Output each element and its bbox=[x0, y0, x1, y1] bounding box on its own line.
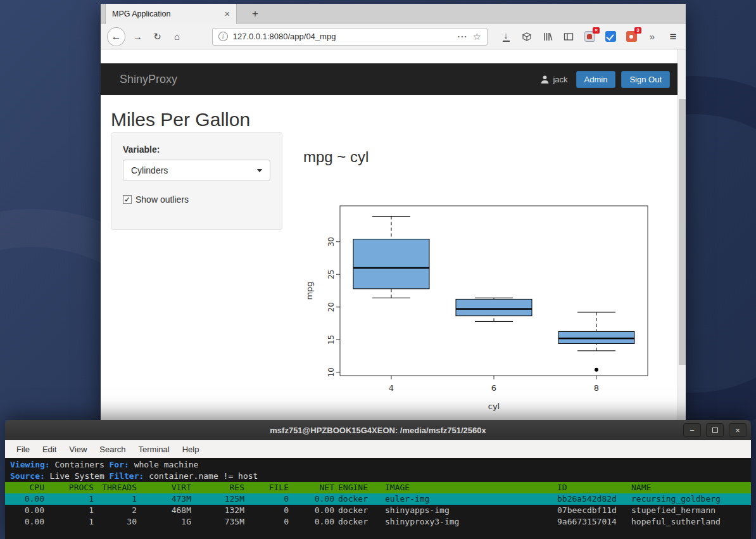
browser-tab[interactable]: MPG Application × bbox=[105, 4, 237, 24]
maximize-icon bbox=[712, 428, 718, 433]
terminal-status-line: Viewing: Containers For: whole machine bbox=[5, 459, 751, 471]
forward-button[interactable]: → bbox=[130, 29, 145, 45]
overflow-chevron-icon[interactable]: » bbox=[646, 30, 658, 43]
url-text: 127.0.0.1:8080/app/04_mpg bbox=[233, 32, 453, 41]
sidebar-panel: Variable: Cylinders ✓ Show outliers bbox=[111, 132, 282, 230]
variable-select[interactable]: Cylinders bbox=[123, 160, 270, 181]
signout-button[interactable]: Sign Out bbox=[621, 71, 670, 88]
screenshot-icon[interactable] bbox=[520, 30, 533, 43]
browser-window: MPG Application × + ← → ↻ ⌂ i 127.0.0.1:… bbox=[101, 4, 686, 420]
url-bar[interactable]: i 127.0.0.1:8080/app/04_mpg ··· ☆ bbox=[212, 28, 488, 46]
svg-text:4: 4 bbox=[389, 383, 394, 393]
username: jack bbox=[553, 75, 567, 84]
terminal-window: msfz751@HPZBOOK15G4XEON: /media/msfz751/… bbox=[5, 420, 751, 539]
maximize-button[interactable] bbox=[706, 423, 724, 437]
show-outliers-label: Show outliers bbox=[135, 194, 189, 205]
sidebar-icon[interactable] bbox=[562, 30, 575, 43]
svg-text:20: 20 bbox=[327, 302, 336, 312]
terminal-menu-edit[interactable]: Edit bbox=[36, 442, 63, 457]
terminal-titlebar[interactable]: msfz751@HPZBOOK15G4XEON: /media/msfz751/… bbox=[5, 420, 751, 440]
minimize-button[interactable]: − bbox=[683, 423, 701, 437]
terminal-menubar: File Edit View Search Terminal Help bbox=[5, 440, 751, 458]
svg-text:10: 10 bbox=[327, 367, 336, 377]
page-scrollbar-thumb[interactable] bbox=[679, 99, 686, 365]
admin-button[interactable]: Admin bbox=[576, 71, 616, 88]
boxplot-chart: 1015202530468cylmpg bbox=[302, 201, 657, 420]
variable-select-value: Cylinders bbox=[131, 165, 168, 175]
user-icon bbox=[540, 75, 550, 84]
tab-title: MPG Application bbox=[112, 10, 220, 18]
site-info-icon[interactable]: i bbox=[218, 32, 228, 41]
tab-close-icon[interactable]: × bbox=[225, 9, 230, 19]
extension-icon-2[interactable] bbox=[604, 30, 617, 43]
svg-text:mpg: mpg bbox=[305, 281, 314, 300]
bookmark-star-icon[interactable]: ☆ bbox=[473, 31, 481, 42]
svg-text:8: 8 bbox=[594, 383, 599, 393]
plot-title: mpg ~ cyl bbox=[303, 148, 369, 166]
terminal-title: msfz751@HPZBOOK15G4XEON: /media/msfz751/… bbox=[270, 426, 486, 435]
terminal-menu-help[interactable]: Help bbox=[176, 442, 206, 457]
terminal-menu-file[interactable]: File bbox=[10, 442, 36, 457]
new-tab-button[interactable]: + bbox=[246, 4, 265, 24]
brand[interactable]: ShinyProxy bbox=[120, 63, 177, 95]
browser-viewport: ShinyProxy jack Admin Sign Out Miles Per… bbox=[101, 49, 686, 420]
library-icon[interactable] bbox=[541, 30, 554, 43]
boxplot-svg: 1015202530468cylmpg bbox=[302, 201, 657, 420]
reload-button[interactable]: ↻ bbox=[149, 29, 165, 45]
show-outliers-checkbox[interactable]: ✓ bbox=[123, 195, 132, 204]
process-table-row[interactable]: 0.0011473M125M00.00dockereuler-imgbb26a5… bbox=[5, 493, 751, 505]
user-menu[interactable]: jack bbox=[540, 75, 567, 84]
extension-icon-1[interactable]: × bbox=[583, 30, 596, 43]
menu-icon[interactable]: ≡ bbox=[667, 30, 679, 43]
process-table-row[interactable]: 0.0012468M132M00.00dockershinyapps-img07… bbox=[5, 505, 751, 516]
variable-label: Variable: bbox=[123, 144, 270, 155]
terminal-menu-view[interactable]: View bbox=[63, 442, 93, 457]
terminal-menu-terminal[interactable]: Terminal bbox=[132, 442, 176, 457]
svg-text:cyl: cyl bbox=[488, 402, 500, 411]
shinyproxy-navbar: ShinyProxy jack Admin Sign Out bbox=[101, 63, 677, 95]
page-actions-icon[interactable]: ··· bbox=[458, 32, 468, 41]
home-button[interactable]: ⌂ bbox=[170, 29, 185, 45]
process-table-row[interactable]: 0.001301G735M00.00dockershinyproxy3-img9… bbox=[5, 516, 751, 528]
chevron-down-icon bbox=[257, 169, 262, 172]
extension-badge: 3 bbox=[634, 27, 641, 34]
svg-text:25: 25 bbox=[327, 270, 336, 279]
toolbar-icon-cluster: ↓ × 3 bbox=[500, 30, 679, 43]
svg-text:15: 15 bbox=[327, 335, 336, 345]
close-button[interactable]: × bbox=[729, 423, 747, 437]
svg-text:30: 30 bbox=[327, 237, 336, 246]
terminal-menu-search[interactable]: Search bbox=[93, 442, 132, 457]
svg-text:6: 6 bbox=[491, 383, 496, 393]
downloads-icon[interactable]: ↓ bbox=[500, 30, 512, 43]
back-button[interactable]: ← bbox=[107, 27, 125, 46]
desktop: MPG Application × + ← → ↻ ⌂ i 127.0.0.1:… bbox=[0, 0, 756, 539]
browser-toolbar: ← → ↻ ⌂ i 127.0.0.1:8080/app/04_mpg ··· … bbox=[101, 24, 686, 49]
process-table-header: CPUPROCSTHREADSVIRTRESFILENETENGINEIMAGE… bbox=[5, 482, 751, 493]
terminal-body[interactable]: Viewing: Containers For: whole machineSo… bbox=[5, 458, 751, 539]
extension-badge: × bbox=[593, 27, 600, 34]
terminal-status-line: Source: Live System Filter: container.na… bbox=[5, 471, 751, 482]
page-scrollbar[interactable] bbox=[677, 49, 686, 420]
show-outliers-row[interactable]: ✓ Show outliers bbox=[123, 194, 270, 205]
extension-icon-3[interactable]: 3 bbox=[625, 30, 638, 43]
page-title: Miles Per Gallon bbox=[111, 109, 250, 130]
browser-tab-bar: MPG Application × + bbox=[101, 4, 686, 24]
